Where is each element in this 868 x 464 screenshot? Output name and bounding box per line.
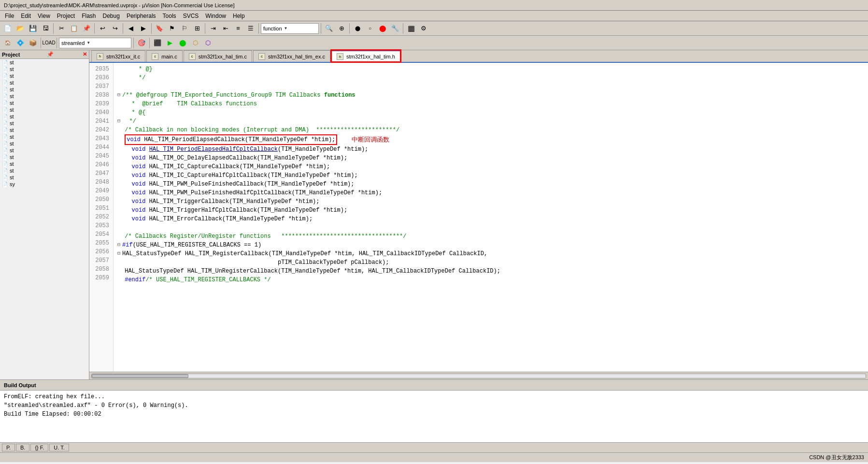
scroll-thumb[interactable] (92, 374, 188, 378)
horizontal-scrollbar[interactable] (89, 372, 868, 379)
collapse-icon-2041[interactable]: ⊟ (117, 117, 120, 126)
d4[interactable]: ⬤ (177, 37, 188, 49)
code-editor: 2035 2036 2037 2038 2039 2040 2041 2042 … (89, 63, 868, 372)
tab-stm32f1xx-it-c[interactable]: h stm32f1xx_it.c (91, 50, 145, 62)
code-line-2054: /* Callbacks Register/UnRegister functio… (117, 232, 864, 241)
project-dropdown[interactable]: streamled ▼ (59, 38, 131, 48)
menu-tools[interactable]: Tools (160, 12, 179, 20)
sidebar-item-16[interactable]: 📄 st (0, 160, 89, 167)
e2048 (117, 180, 121, 188)
proj-btn1[interactable]: 🏠 (2, 37, 14, 49)
sidebar-item-4[interactable]: 📄 st (0, 79, 89, 86)
sidebar-item-1[interactable]: 📄 st (0, 59, 89, 66)
sidebar-item-10[interactable]: 📄 st (0, 120, 89, 127)
bottom-tab-books[interactable]: B. (16, 444, 29, 451)
scroll-track[interactable] (91, 374, 866, 378)
tab-main-c[interactable]: c main.c (146, 50, 182, 62)
sidebar-item-17[interactable]: 📄 st (0, 167, 89, 174)
collapse-icon-2056[interactable]: ⊟ (117, 249, 120, 258)
menu-project[interactable]: Project (54, 12, 78, 20)
menu-window[interactable]: Window (202, 12, 229, 20)
sidebar-item-8[interactable]: 📄 st (0, 106, 89, 113)
bottom-tab-functions[interactable]: {} F. (30, 444, 48, 451)
tab-stm32f1xx-hal-tim-ex-c[interactable]: c stm32f1xx_hal_tim_ex.c (253, 50, 330, 62)
sidebar-item-11[interactable]: 📄 st (0, 127, 89, 133)
b8[interactable]: ○ (364, 23, 376, 34)
indent-btn[interactable]: ⇥ (207, 23, 219, 34)
code-area[interactable]: 2035 2036 2037 2038 2039 2040 2041 2042 … (89, 63, 868, 372)
proj-btn3[interactable]: 📦 (27, 37, 39, 49)
new-btn[interactable]: 📄 (2, 23, 14, 34)
sidebar-item-6[interactable]: 📄 st (0, 93, 89, 100)
b9[interactable]: ⬤ (377, 23, 388, 34)
expand-2037 (117, 82, 121, 91)
menu-peripherals[interactable]: Peripherals (124, 12, 159, 20)
menu-view[interactable]: View (35, 12, 53, 20)
bookmark-btn[interactable]: 🔖 (154, 23, 165, 34)
tab-stm32f1xx-hal-tim-h[interactable]: h stm32f1xx_hal_tim.h (331, 50, 400, 62)
b10[interactable]: 🔧 (389, 23, 401, 34)
b7[interactable]: ⊕ (336, 23, 347, 34)
save-btn[interactable]: 💾 (27, 23, 39, 34)
d1[interactable]: 🎯 (136, 37, 147, 49)
menu-svcs[interactable]: SVCS (180, 12, 202, 20)
outdent-btn[interactable]: ⇤ (220, 23, 231, 34)
collapse-icon-2038[interactable]: ⊟ (117, 91, 120, 100)
menu-debug[interactable]: Debug (100, 12, 123, 20)
proj-btn2[interactable]: 💠 (14, 37, 26, 49)
build-line-3: Build Time Elapsed: 00:00:02 (4, 410, 864, 419)
d6[interactable]: ⬡ (202, 37, 213, 49)
find-btn[interactable]: 🔍 (323, 23, 335, 34)
menu-edit[interactable]: Edit (18, 12, 34, 20)
sidebar-item-2[interactable]: 📄 st (0, 66, 89, 72)
b4[interactable]: ⊞ (191, 23, 203, 34)
sidebar-item-5[interactable]: 📄 st (0, 86, 89, 93)
build-btn[interactable]: ⬤ (352, 23, 363, 34)
sidebar-item-12[interactable]: 📄 st (0, 133, 89, 140)
proj-btn4[interactable]: LOAD (43, 37, 55, 49)
bottom-tab-templates[interactable]: U. T. (49, 444, 69, 451)
menu-flash[interactable]: Flash (79, 12, 99, 20)
paste-btn[interactable]: 📌 (81, 23, 92, 34)
save-all-btn[interactable]: 🖫 (40, 23, 51, 34)
sidebar-item-7[interactable]: 📄 st (0, 100, 89, 106)
bottom-tab-project[interactable]: P. (2, 444, 15, 451)
sidebar-item-13[interactable]: 📄 st (0, 140, 89, 147)
ln-2042: 2042 (93, 126, 109, 134)
nav-back-btn[interactable]: ◀ (125, 23, 137, 34)
copy-btn[interactable]: 📋 (68, 23, 80, 34)
function-dropdown[interactable]: function ▼ (261, 23, 319, 34)
expand-2036 (117, 73, 121, 82)
menu-help[interactable]: Help (230, 12, 248, 20)
undo-btn[interactable]: ↩ (97, 23, 108, 34)
open-btn[interactable]: 📂 (14, 23, 26, 34)
sidebar-item-18[interactable]: 📄 st (0, 174, 89, 181)
tab-label-4: stm32f1xx_hal_tim_ex.c (268, 54, 325, 59)
sidebar-item-9[interactable]: 📄 st (0, 113, 89, 120)
sidebar-item-15[interactable]: 📄 st (0, 154, 89, 160)
b2[interactable]: ⚑ (166, 23, 178, 34)
d2[interactable]: ⬛ (152, 37, 163, 49)
ln-2057: 2057 (93, 256, 109, 265)
d5[interactable]: ⬡ (189, 37, 201, 49)
sidebar-item-3[interactable]: 📄 st (0, 72, 89, 79)
sidebar-item-14[interactable]: 📄 st (0, 147, 89, 154)
menu-file[interactable]: File (2, 12, 17, 20)
b6[interactable]: ☰ (245, 23, 256, 34)
cut-btn[interactable]: ✂ (56, 23, 67, 34)
e2059 (117, 276, 121, 284)
collapse-icon-2055[interactable]: ⊟ (117, 241, 120, 249)
sidebar-pin-icon[interactable]: 📌 (47, 51, 54, 58)
d3[interactable]: ▶ (164, 37, 176, 49)
b12[interactable]: ⚙ (418, 23, 429, 34)
nav-fwd-btn[interactable]: ▶ (138, 23, 149, 34)
code-line-2049: void HAL_TIM_PWM_PulseFinishedHalfCpltCa… (117, 188, 864, 197)
tab-stm32f1xx-hal-tim-c[interactable]: c stm32f1xx_hal_tim.c (184, 50, 252, 62)
redo-btn[interactable]: ↪ (109, 23, 121, 34)
b5[interactable]: ≡ (232, 23, 244, 34)
code-content[interactable]: * @} */ ⊟ /** @defg (114, 63, 868, 372)
sidebar-close-icon[interactable]: ✕ (83, 51, 87, 58)
b11[interactable]: ▦ (405, 23, 417, 34)
b3[interactable]: ⚐ (179, 23, 190, 34)
sidebar-item-19[interactable]: 📄 sy (0, 181, 89, 188)
